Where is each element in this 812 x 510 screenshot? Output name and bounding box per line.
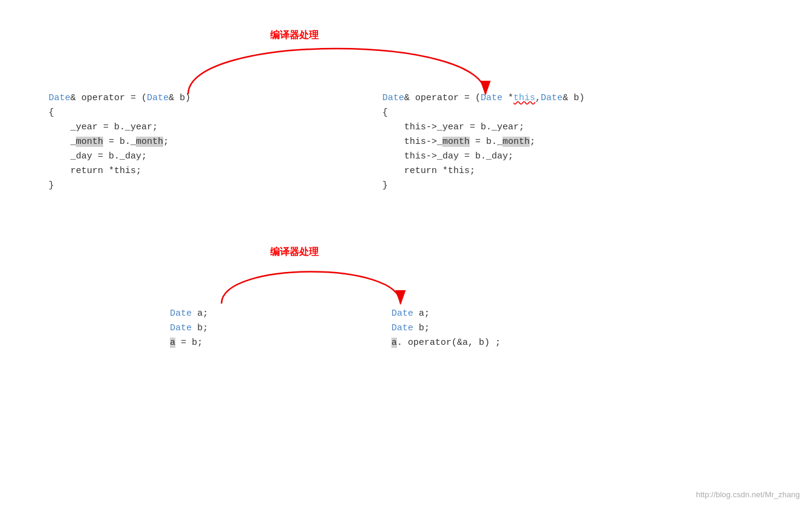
- right-code-block-2: Date a; Date b; a. operator(&a, b) ;: [391, 307, 501, 350]
- left-code-block-2: Date a; Date b; a = b;: [170, 307, 208, 350]
- right-code-block-1: Date& operator = (Date *this,Date& b) { …: [382, 91, 584, 193]
- arrow-label-1: 编译器处理: [270, 29, 319, 42]
- left-code-block-1: Date& operator = (Date& b) { _year = b._…: [49, 91, 191, 193]
- arrow-label-2: 编译器处理: [270, 246, 319, 259]
- watermark: http://blog.csdn.net/Mr_zhang: [696, 490, 800, 499]
